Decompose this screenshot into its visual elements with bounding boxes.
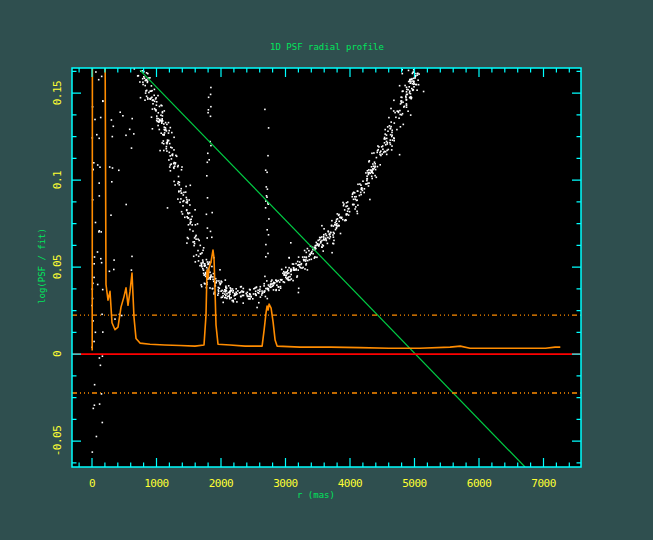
y-tick-label: 0.15 (51, 81, 64, 106)
y-tick-label: -0.05 (51, 426, 64, 457)
x-tick-label: 3000 (273, 477, 298, 490)
plot-window: 1D PSF radial profile log(PSF / fit) r (… (0, 0, 653, 540)
y-tick-label: 0.05 (51, 255, 64, 280)
y-axis-title: log(PSF / fit) (37, 228, 47, 304)
x-tick-label: 7000 (531, 477, 556, 490)
plot-canvas (0, 0, 653, 540)
x-tick-label: 0 (89, 477, 95, 490)
x-axis-title: r (mas) (297, 490, 335, 500)
x-tick-label: 2000 (209, 477, 234, 490)
x-tick-label: 1000 (144, 477, 169, 490)
y-tick-label: 0 (51, 351, 64, 357)
chart-title: 1D PSF radial profile (270, 42, 384, 52)
y-tick-label: 0.1 (51, 171, 64, 189)
x-tick-label: 6000 (467, 477, 492, 490)
x-tick-label: 4000 (338, 477, 363, 490)
plot-area (72, 68, 581, 467)
x-tick-label: 5000 (402, 477, 427, 490)
